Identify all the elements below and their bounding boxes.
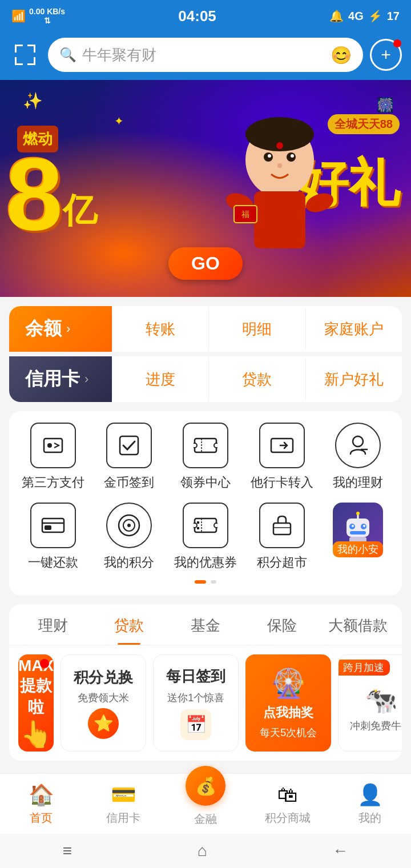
cards-row: MAX提款啦 👆 积分兑换 免费领大米 ⭐ 每日签到 送你1个惊喜 📅 🎡 点我… [9, 645, 402, 761]
daily-signin-title: 每日签到 [166, 666, 225, 686]
transfer-button[interactable]: 转账 [112, 308, 208, 351]
banner[interactable]: ✨ 🎆 ✦ 燃动 8 亿 好礼 全城天天88 [0, 80, 411, 297]
nav-credit[interactable]: 💳 信用卡 [82, 774, 164, 834]
progress-button[interactable]: 进度 [112, 358, 208, 401]
icons-grid: 第三方支付 金币签到 领券中心 [9, 423, 402, 571]
coupon-icon [183, 423, 228, 468]
page-dots [9, 571, 402, 589]
svg-point-52 [352, 525, 354, 527]
tab-loan[interactable]: 贷款 [91, 604, 168, 645]
credit-label: 信用卡 [25, 367, 80, 392]
tab-finance[interactable]: 理财 [15, 604, 91, 645]
balance-arrow-icon: › [66, 322, 70, 336]
calendar-icon: 📅 [186, 714, 207, 734]
quick-icon-points-market[interactable]: 积分超市 [244, 503, 320, 571]
status-time: 04:05 [178, 7, 216, 25]
svg-text:福: 福 [241, 210, 249, 219]
cow-icon: 🐄 [365, 685, 397, 716]
dot-1 [195, 580, 206, 584]
firework-1: ✨ [23, 91, 43, 110]
quick-icon-finance[interactable]: 我的理财 [320, 423, 396, 491]
loan-button[interactable]: 贷款 [208, 358, 305, 401]
card-lottery[interactable]: 🎡 点我抽奖 每天5次机会 [245, 654, 331, 752]
my-coupons-icon [183, 503, 228, 548]
repay-label: 一键还款 [28, 554, 78, 571]
firework-3: ✦ [114, 114, 124, 128]
coupon-label: 领券中心 [180, 474, 231, 491]
quick-icon-my-coupons[interactable]: 我的优惠券 [167, 503, 244, 571]
svg-point-38 [127, 524, 131, 527]
daily-signin-sub: 送你1个惊喜 [167, 691, 224, 705]
card-daily-signin[interactable]: 每日签到 送你1个惊喜 📅 [153, 654, 239, 752]
face-icon: 😊 [331, 45, 352, 65]
svg-rect-26 [195, 439, 216, 452]
quick-icon-my-points[interactable]: 我的积分 [91, 503, 168, 571]
nav-points-mall[interactable]: 🛍 积分商城 [247, 774, 329, 834]
svg-point-17 [277, 163, 282, 168]
new-user-gift-button[interactable]: 新户好礼 [305, 358, 402, 401]
card-points-exchange[interactable]: 积分兑换 免费领大米 ⭐ [61, 654, 146, 752]
status-right: 🔔 4G ⚡ 17 [329, 9, 400, 23]
quick-icon-third-pay[interactable]: 第三方支付 [15, 423, 91, 491]
my-points-icon [106, 503, 152, 548]
scan-button[interactable] [9, 39, 41, 71]
signal-4g-icon: 4G [348, 10, 364, 23]
credit-card-button[interactable]: 信用卡 › [9, 356, 112, 402]
svg-point-41 [214, 523, 217, 528]
quick-icon-xiao-an[interactable]: 我的小安 [320, 503, 396, 571]
search-bar[interactable]: 🔍 牛年聚有财 😊 [48, 38, 363, 72]
quick-icon-repay[interactable]: 一键还款 [15, 503, 91, 571]
back-button[interactable]: ← [332, 842, 348, 860]
mine-nav-icon: 👤 [357, 783, 383, 807]
tab-fund[interactable]: 基金 [167, 604, 244, 645]
banner-go-button[interactable]: GO [168, 247, 243, 280]
nav-finance[interactable]: 💰 金融 [164, 774, 247, 834]
home-system-button[interactable]: ⌂ [198, 842, 207, 860]
banner-number: 8 [6, 143, 63, 246]
svg-rect-33 [42, 519, 64, 532]
quick-icon-coin-sign[interactable]: 金币签到 [91, 423, 168, 491]
svg-point-20 [303, 190, 336, 215]
cross-month-tag: 跨月加速 [339, 660, 390, 676]
finance-icon [335, 423, 381, 468]
dot-2 [211, 580, 216, 584]
tab-insurance[interactable]: 保险 [244, 604, 320, 645]
card-cross-month[interactable]: 跨月加速 🐄 冲刺免费牛货 [338, 654, 402, 752]
nav-home[interactable]: 🏠 首页 [0, 774, 82, 834]
menu-button[interactable]: ≡ [63, 842, 72, 860]
search-icon: 🔍 [59, 47, 76, 63]
credit-row: 信用卡 › 进度 贷款 新户好礼 [9, 352, 402, 402]
svg-rect-5 [15, 57, 17, 65]
detail-button[interactable]: 明细 [208, 308, 305, 351]
card-max-withdraw[interactable]: MAX提款啦 👆 [18, 654, 54, 752]
tabs-section: 理财 贷款 基金 保险 大额借款 [9, 604, 402, 645]
points-exchange-sub: 免费领大米 [78, 691, 129, 705]
quick-icon-coupon[interactable]: 领券中心 [167, 423, 244, 491]
max-title: MAX提款啦 [18, 657, 54, 718]
svg-rect-7 [34, 57, 35, 65]
svg-rect-1 [15, 45, 17, 53]
tab-big-loan[interactable]: 大额借款 [320, 604, 396, 645]
transfer-in-icon [259, 423, 305, 468]
alarm-icon: 🔔 [329, 9, 344, 23]
family-account-button[interactable]: 家庭账户 [305, 308, 402, 351]
my-points-label: 我的积分 [104, 554, 154, 571]
add-button[interactable]: + [370, 39, 402, 71]
quick-icon-transfer-in[interactable]: 他行卡转入 [244, 423, 320, 491]
nav-mine[interactable]: 👤 我的 [329, 774, 411, 834]
home-nav-label: 首页 [30, 810, 53, 826]
points-market-icon [259, 503, 305, 548]
points-mall-label: 积分商城 [265, 810, 311, 826]
svg-point-16 [276, 142, 283, 149]
lottery-icon: 🎡 [271, 666, 306, 700]
credit-actions: 进度 贷款 新户好礼 [112, 358, 402, 401]
finger-icon: 👆 [20, 718, 53, 749]
points-market-label: 积分超市 [257, 554, 307, 571]
xiao-an-badge: 我的小安 [333, 541, 383, 557]
credit-nav-label: 信用卡 [106, 810, 140, 826]
svg-rect-54 [350, 531, 366, 535]
svg-point-24 [47, 443, 52, 448]
balance-button[interactable]: 余额 › [9, 306, 112, 352]
points-mall-icon: 🛍 [277, 783, 298, 807]
finance-label: 我的理财 [333, 474, 383, 491]
